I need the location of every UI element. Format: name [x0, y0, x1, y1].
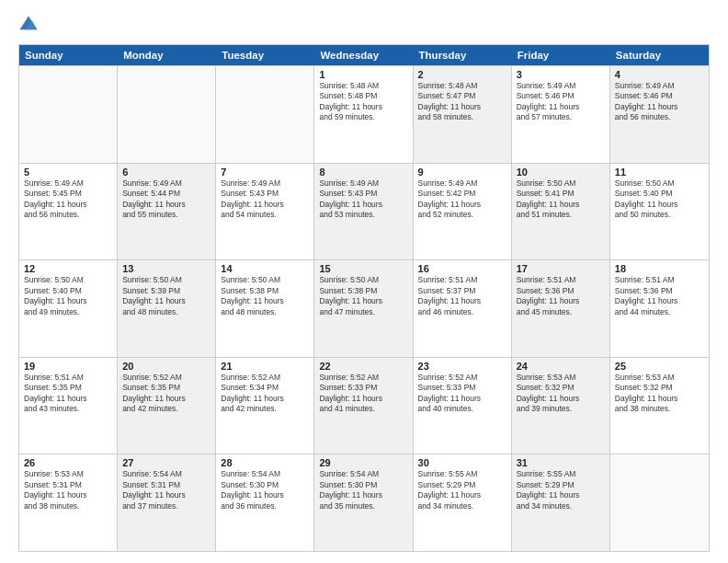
page: SundayMondayTuesdayWednesdayThursdayFrid…	[0, 0, 728, 563]
day-number: 24	[517, 361, 605, 372]
day-cell-31: 31Sunrise: 5:55 AM Sunset: 5:29 PM Dayli…	[512, 454, 610, 551]
day-number: 1	[319, 69, 407, 80]
day-number: 22	[319, 361, 407, 372]
day-info: Sunrise: 5:54 AM Sunset: 5:30 PM Dayligh…	[319, 469, 407, 511]
day-number: 19	[24, 361, 112, 372]
week-row-1: 1Sunrise: 5:48 AM Sunset: 5:48 PM Daylig…	[19, 65, 709, 163]
empty-cell	[118, 66, 216, 163]
header-day-monday: Monday	[118, 45, 216, 65]
empty-cell	[216, 66, 314, 163]
day-number: 3	[517, 69, 605, 80]
day-cell-6: 6Sunrise: 5:49 AM Sunset: 5:44 PM Daylig…	[118, 164, 216, 260]
header-day-tuesday: Tuesday	[216, 45, 314, 65]
day-info: Sunrise: 5:51 AM Sunset: 5:36 PM Dayligh…	[615, 275, 704, 317]
day-number: 29	[319, 457, 407, 468]
day-cell-17: 17Sunrise: 5:51 AM Sunset: 5:36 PM Dayli…	[512, 260, 610, 357]
day-cell-12: 12Sunrise: 5:50 AM Sunset: 5:40 PM Dayli…	[19, 260, 118, 357]
day-number: 27	[122, 457, 210, 468]
day-cell-10: 10Sunrise: 5:50 AM Sunset: 5:41 PM Dayli…	[512, 164, 610, 260]
day-info: Sunrise: 5:49 AM Sunset: 5:43 PM Dayligh…	[221, 178, 309, 221]
day-info: Sunrise: 5:49 AM Sunset: 5:43 PM Dayligh…	[319, 178, 407, 221]
week-row-5: 26Sunrise: 5:53 AM Sunset: 5:31 PM Dayli…	[19, 454, 709, 551]
day-cell-14: 14Sunrise: 5:50 AM Sunset: 5:38 PM Dayli…	[216, 260, 314, 357]
header-day-sunday: Sunday	[19, 45, 118, 65]
day-number: 16	[418, 263, 506, 274]
empty-cell	[19, 66, 118, 163]
day-number: 17	[517, 263, 605, 274]
day-number: 12	[24, 263, 112, 274]
day-info: Sunrise: 5:52 AM Sunset: 5:33 PM Dayligh…	[418, 373, 506, 415]
day-number: 9	[418, 167, 506, 178]
day-info: Sunrise: 5:54 AM Sunset: 5:30 PM Dayligh…	[221, 469, 309, 511]
day-cell-2: 2Sunrise: 5:48 AM Sunset: 5:47 PM Daylig…	[414, 66, 512, 163]
day-cell-18: 18Sunrise: 5:51 AM Sunset: 5:36 PM Dayli…	[610, 260, 709, 357]
day-number: 26	[24, 457, 112, 468]
day-number: 18	[615, 263, 704, 274]
day-number: 2	[418, 69, 506, 80]
day-cell-4: 4Sunrise: 5:49 AM Sunset: 5:46 PM Daylig…	[610, 66, 709, 163]
week-row-4: 19Sunrise: 5:51 AM Sunset: 5:35 PM Dayli…	[19, 357, 709, 454]
day-info: Sunrise: 5:50 AM Sunset: 5:41 PM Dayligh…	[517, 178, 605, 221]
day-cell-22: 22Sunrise: 5:52 AM Sunset: 5:33 PM Dayli…	[314, 358, 413, 454]
day-info: Sunrise: 5:55 AM Sunset: 5:29 PM Dayligh…	[517, 469, 605, 511]
day-info: Sunrise: 5:50 AM Sunset: 5:38 PM Dayligh…	[319, 275, 407, 317]
day-cell-20: 20Sunrise: 5:52 AM Sunset: 5:35 PM Dayli…	[118, 358, 216, 454]
header	[18, 15, 710, 35]
header-day-saturday: Saturday	[610, 45, 709, 65]
day-number: 23	[418, 361, 506, 372]
week-row-2: 5Sunrise: 5:49 AM Sunset: 5:45 PM Daylig…	[19, 163, 709, 260]
day-info: Sunrise: 5:52 AM Sunset: 5:33 PM Dayligh…	[319, 373, 407, 415]
header-day-wednesday: Wednesday	[314, 45, 413, 65]
logo	[18, 15, 42, 35]
day-number: 4	[615, 69, 704, 80]
calendar-header: SundayMondayTuesdayWednesdayThursdayFrid…	[19, 45, 709, 65]
day-number: 10	[517, 167, 605, 178]
day-number: 21	[221, 361, 309, 372]
day-number: 25	[615, 361, 704, 372]
day-info: Sunrise: 5:54 AM Sunset: 5:31 PM Dayligh…	[122, 469, 210, 511]
day-cell-3: 3Sunrise: 5:49 AM Sunset: 5:46 PM Daylig…	[512, 66, 610, 163]
day-number: 14	[221, 263, 309, 274]
day-info: Sunrise: 5:55 AM Sunset: 5:29 PM Dayligh…	[418, 469, 506, 511]
day-info: Sunrise: 5:49 AM Sunset: 5:42 PM Dayligh…	[418, 178, 506, 221]
day-info: Sunrise: 5:53 AM Sunset: 5:31 PM Dayligh…	[24, 469, 112, 511]
day-cell-9: 9Sunrise: 5:49 AM Sunset: 5:42 PM Daylig…	[414, 164, 512, 260]
day-number: 31	[517, 457, 605, 468]
logo-icon	[18, 15, 39, 35]
day-cell-16: 16Sunrise: 5:51 AM Sunset: 5:37 PM Dayli…	[414, 260, 512, 357]
week-row-3: 12Sunrise: 5:50 AM Sunset: 5:40 PM Dayli…	[19, 259, 709, 357]
day-info: Sunrise: 5:51 AM Sunset: 5:36 PM Dayligh…	[517, 275, 605, 317]
day-number: 5	[24, 167, 112, 178]
header-day-friday: Friday	[512, 45, 610, 65]
empty-cell	[610, 454, 709, 551]
day-cell-19: 19Sunrise: 5:51 AM Sunset: 5:35 PM Dayli…	[19, 358, 118, 454]
day-info: Sunrise: 5:49 AM Sunset: 5:44 PM Dayligh…	[122, 178, 210, 221]
day-cell-15: 15Sunrise: 5:50 AM Sunset: 5:38 PM Dayli…	[314, 260, 413, 357]
day-cell-5: 5Sunrise: 5:49 AM Sunset: 5:45 PM Daylig…	[19, 164, 118, 260]
day-info: Sunrise: 5:50 AM Sunset: 5:38 PM Dayligh…	[221, 275, 309, 317]
day-cell-21: 21Sunrise: 5:52 AM Sunset: 5:34 PM Dayli…	[216, 358, 314, 454]
day-number: 28	[221, 457, 309, 468]
day-info: Sunrise: 5:53 AM Sunset: 5:32 PM Dayligh…	[517, 373, 605, 415]
day-cell-13: 13Sunrise: 5:50 AM Sunset: 5:39 PM Dayli…	[118, 260, 216, 357]
day-cell-27: 27Sunrise: 5:54 AM Sunset: 5:31 PM Dayli…	[118, 454, 216, 551]
day-info: Sunrise: 5:50 AM Sunset: 5:40 PM Dayligh…	[24, 275, 112, 317]
day-cell-25: 25Sunrise: 5:53 AM Sunset: 5:32 PM Dayli…	[610, 358, 709, 454]
day-cell-8: 8Sunrise: 5:49 AM Sunset: 5:43 PM Daylig…	[314, 164, 413, 260]
day-info: Sunrise: 5:51 AM Sunset: 5:37 PM Dayligh…	[418, 275, 506, 317]
day-info: Sunrise: 5:48 AM Sunset: 5:47 PM Dayligh…	[418, 81, 506, 123]
day-info: Sunrise: 5:49 AM Sunset: 5:45 PM Dayligh…	[24, 178, 112, 221]
day-info: Sunrise: 5:52 AM Sunset: 5:35 PM Dayligh…	[122, 373, 210, 415]
day-info: Sunrise: 5:51 AM Sunset: 5:35 PM Dayligh…	[24, 373, 112, 415]
day-cell-11: 11Sunrise: 5:50 AM Sunset: 5:40 PM Dayli…	[610, 164, 709, 260]
day-cell-24: 24Sunrise: 5:53 AM Sunset: 5:32 PM Dayli…	[512, 358, 610, 454]
header-day-thursday: Thursday	[414, 45, 512, 65]
day-number: 11	[615, 167, 704, 178]
day-number: 13	[122, 263, 210, 274]
day-number: 30	[418, 457, 506, 468]
day-info: Sunrise: 5:53 AM Sunset: 5:32 PM Dayligh…	[615, 373, 704, 415]
day-info: Sunrise: 5:50 AM Sunset: 5:40 PM Dayligh…	[615, 178, 704, 221]
day-cell-30: 30Sunrise: 5:55 AM Sunset: 5:29 PM Dayli…	[414, 454, 512, 551]
day-cell-23: 23Sunrise: 5:52 AM Sunset: 5:33 PM Dayli…	[414, 358, 512, 454]
day-info: Sunrise: 5:52 AM Sunset: 5:34 PM Dayligh…	[221, 373, 309, 415]
